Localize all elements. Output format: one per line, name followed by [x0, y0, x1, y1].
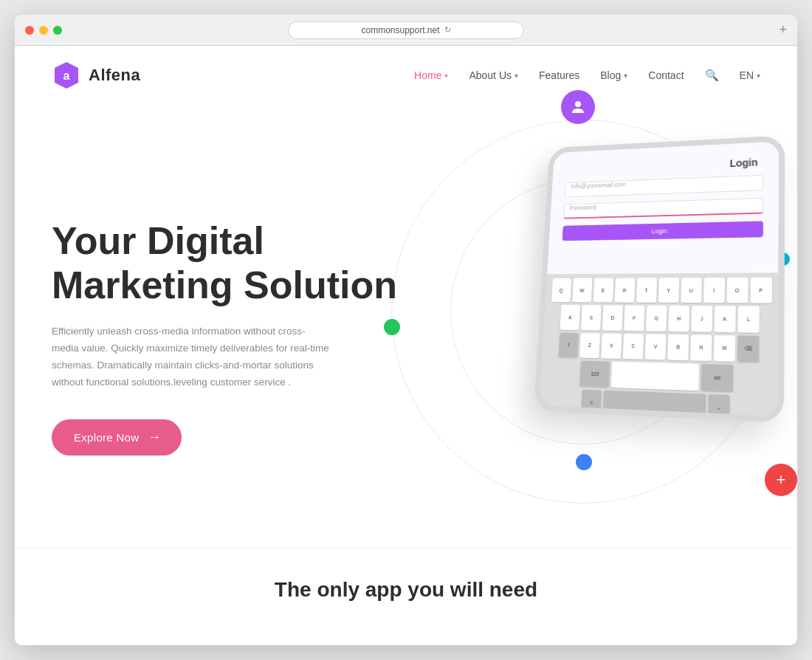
key-space-2 — [602, 390, 706, 421]
keyboard-row-1: Q W E R T Y U I O P — [549, 278, 774, 303]
nav-item-features[interactable]: Features — [539, 69, 579, 81]
search-icon[interactable]: 🔍 — [705, 69, 719, 81]
key-l: L — [737, 306, 760, 333]
phone-mockup: Login info@youremail.com Password Login … — [532, 134, 797, 457]
key-emoji: ☺ — [581, 389, 602, 416]
page-content: a Alfena Home ▾ About Us ▾ — [15, 46, 797, 645]
key-q: Q — [551, 278, 571, 303]
new-tab-button[interactable]: + — [779, 22, 787, 38]
email-field-mock: info@youremail.com — [565, 175, 764, 198]
hero-title: Your Digital Marketing Solution — [52, 219, 397, 308]
hero-description: Efficiently unleash cross-media informat… — [52, 323, 332, 391]
hero-content: Your Digital Marketing Solution Efficien… — [52, 190, 397, 456]
key-dismiss: ⌄ — [708, 394, 730, 422]
key-z: Z — [579, 333, 600, 359]
nav-item-home[interactable]: Home ▾ — [414, 69, 448, 81]
keyboard-row-4: 123 ret — [545, 360, 773, 393]
key-numbers: 123 — [579, 361, 610, 388]
key-a: A — [560, 305, 580, 330]
browser-window: commonsupport.net ↻ + a Alfena Home ▾ — [15, 15, 797, 645]
hero-section: Your Digital Marketing Solution Efficien… — [15, 105, 797, 548]
key-f: F — [624, 306, 644, 331]
logo-text: Alfena — [89, 66, 140, 85]
key-v: V — [645, 334, 667, 360]
key-k: K — [715, 306, 736, 333]
traffic-lights — [25, 26, 62, 35]
key-h: H — [668, 306, 689, 331]
maximize-button[interactable] — [53, 26, 62, 35]
login-title: Login — [565, 157, 763, 176]
key-u: U — [681, 278, 702, 303]
key-o: O — [726, 278, 748, 303]
chevron-down-icon: ▾ — [515, 72, 518, 80]
nav-link-contact[interactable]: Contact — [648, 69, 684, 81]
close-button[interactable] — [25, 26, 34, 35]
key-n: N — [690, 334, 712, 361]
keyboard-row-2: A S D F G H J K L — [548, 305, 774, 333]
key-backspace: ⌫ — [737, 335, 760, 362]
key-i: I — [703, 278, 725, 303]
nav-search[interactable]: 🔍 — [705, 69, 719, 82]
float-dot-blue — [576, 454, 592, 470]
chevron-down-icon: ▾ — [624, 72, 627, 80]
key-p: P — [750, 278, 771, 303]
login-button-mock: Login — [562, 221, 763, 241]
nav-link-about[interactable]: About Us ▾ — [469, 69, 518, 81]
refresh-icon[interactable]: ↻ — [444, 25, 451, 35]
nav-item-blog[interactable]: Blog ▾ — [600, 69, 627, 81]
key-w: W — [572, 278, 592, 303]
chevron-down-icon: ▾ — [757, 72, 760, 80]
key-space — [611, 362, 700, 391]
logo-icon: a — [52, 61, 81, 90]
key-j: J — [691, 306, 712, 331]
nav-link-home[interactable]: Home ▾ — [414, 69, 448, 81]
key-x: X — [601, 333, 622, 359]
key-s: S — [581, 306, 602, 331]
url-text: commonsupport.net — [361, 25, 439, 35]
chevron-down-icon: ▾ — [444, 72, 448, 80]
key-m: M — [714, 335, 735, 362]
key-e: E — [593, 278, 613, 303]
keyboard-row-5: ☺ ⌄ — [543, 388, 773, 422]
nav-item-contact[interactable]: Contact — [648, 69, 684, 81]
nav-language[interactable]: EN ▾ — [740, 69, 760, 81]
key-d: D — [602, 306, 623, 331]
nav-item-about[interactable]: About Us ▾ — [469, 69, 518, 81]
svg-text:a: a — [63, 69, 70, 82]
password-field-mock: Password — [563, 198, 763, 219]
navbar: a Alfena Home ▾ About Us ▾ — [15, 46, 797, 105]
phone-keyboard: Q W E R T Y U I O P — [539, 272, 778, 422]
keyboard-row-3: ⇧ Z X C V B N M ⌫ — [546, 332, 773, 362]
phone-screen: Login info@youremail.com Password Login — [547, 141, 779, 274]
plus-icon: + — [777, 470, 786, 489]
key-t: T — [636, 278, 657, 303]
key-g: G — [646, 306, 667, 331]
nav-menu: Home ▾ About Us ▾ Features — [414, 69, 760, 82]
logo-link[interactable]: a Alfena — [52, 61, 140, 90]
explore-now-button[interactable]: Explore Now → — [52, 419, 182, 456]
nav-link-features[interactable]: Features — [539, 69, 579, 81]
key-b: B — [667, 334, 689, 361]
browser-chrome: commonsupport.net ↻ + — [15, 15, 797, 46]
phone-outer: Login info@youremail.com Password Login … — [534, 135, 785, 422]
key-y: Y — [658, 278, 678, 303]
key-return: ret — [701, 364, 734, 391]
minimize-button[interactable] — [39, 26, 48, 35]
key-shift: ⇧ — [559, 332, 579, 357]
arrow-icon: → — [148, 430, 159, 445]
hero-visual: + Login info@youremail.com Password Logi… — [354, 75, 797, 592]
nav-link-blog[interactable]: Blog ▾ — [600, 69, 627, 81]
nav-lang-selector[interactable]: EN ▾ — [740, 69, 760, 81]
float-dot-red-plus[interactable]: + — [765, 464, 797, 496]
address-bar[interactable]: commonsupport.net ↻ — [288, 21, 524, 39]
key-r: R — [614, 278, 635, 303]
key-c: C — [623, 334, 644, 360]
